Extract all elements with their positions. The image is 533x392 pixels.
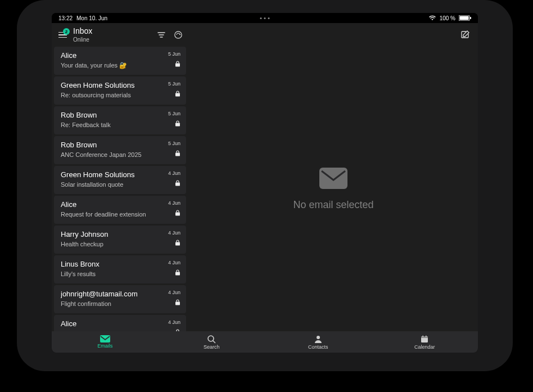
message-date: 5 Jun: [168, 111, 180, 116]
message-subject: Your data, your rules 🔐: [61, 62, 127, 69]
message-item[interactable]: Green Home SolutionsRe: outsourcing mate…: [54, 76, 186, 105]
message-date: 4 Jun: [168, 319, 180, 325]
svg-rect-19: [423, 335, 424, 337]
message-from: Rob Brown: [61, 141, 142, 149]
svg-point-16: [317, 336, 320, 339]
message-subject: Health checkup: [61, 241, 109, 247]
svg-rect-8: [175, 183, 180, 186]
svg-rect-5: [175, 93, 180, 97]
status-time: 13:22: [58, 15, 73, 21]
message-item[interactable]: AliceYour data, your rules 🔐5 Jun: [54, 47, 186, 75]
message-from: Alice: [61, 319, 76, 328]
search-icon: [207, 335, 216, 344]
svg-point-3: [175, 31, 182, 38]
menu-button[interactable]: 2: [55, 28, 70, 42]
svg-rect-4: [175, 64, 180, 67]
message-date: 4 Jun: [168, 230, 180, 236]
encryption-lock-icon: [175, 119, 180, 129]
message-item[interactable]: Alice4 Jun: [54, 315, 186, 331]
message-from: Green Home Solutions: [61, 81, 135, 89]
message-item[interactable]: Rob BrownRe: Feedback talk5 Jun: [54, 106, 186, 134]
svg-rect-7: [175, 153, 180, 156]
encryption-lock-icon: [175, 298, 180, 308]
encryption-lock-icon: [175, 208, 180, 218]
message-subject: Re: outsourcing materials: [61, 92, 135, 98]
nav-contacts[interactable]: Contacts: [265, 331, 372, 353]
message-item[interactable]: johnright@tutamail.comFlight confirmatio…: [54, 285, 186, 313]
sync-button[interactable]: [174, 30, 183, 39]
message-date: 5 Jun: [168, 51, 180, 57]
nav-emails[interactable]: Emails: [52, 331, 159, 353]
message-item[interactable]: Green Home SolutionsSolar installation q…: [54, 166, 186, 194]
status-battery-text: 100 %: [440, 15, 455, 21]
message-date: 4 Jun: [168, 170, 180, 176]
person-icon: [314, 335, 323, 344]
nav-contacts-label: Contacts: [308, 344, 328, 350]
multitask-indicator-dots: [260, 17, 270, 19]
nav-search[interactable]: Search: [159, 331, 265, 353]
calendar-icon: [420, 335, 429, 344]
encryption-lock-icon: [175, 268, 180, 278]
nav-search-label: Search: [204, 344, 220, 350]
empty-state-envelope-icon: [319, 168, 347, 189]
email-list-pane: 2 Inbox Online AliceYour data, your rule…: [52, 23, 189, 331]
message-date: 4 Jun: [168, 290, 180, 295]
compose-button[interactable]: [460, 30, 470, 40]
svg-rect-20: [426, 335, 427, 337]
svg-rect-11: [175, 272, 180, 276]
message-from: Rob Brown: [61, 111, 111, 119]
message-subject: Lilly's results: [61, 271, 100, 277]
wifi-icon: [428, 15, 436, 21]
encryption-lock-icon: [175, 238, 180, 248]
svg-rect-10: [175, 242, 180, 246]
encryption-lock-icon: [175, 327, 180, 331]
sidebar-header: 2 Inbox Online: [52, 23, 188, 47]
message-list[interactable]: AliceYour data, your rules 🔐5 JunGreen H…: [52, 47, 188, 331]
nav-calendar-label: Calendar: [414, 344, 435, 350]
message-date: 5 Jun: [168, 81, 180, 87]
email-detail-pane: No email selected: [189, 23, 478, 331]
mail-icon: [100, 335, 110, 343]
message-item[interactable]: Linus BronxLilly's results4 Jun: [54, 255, 186, 283]
svg-rect-14: [100, 335, 110, 343]
battery-icon: [459, 15, 471, 21]
nav-calendar[interactable]: Calendar: [372, 331, 478, 353]
message-date: 5 Jun: [168, 141, 180, 146]
encryption-lock-icon: [175, 59, 180, 69]
message-subject: Request for deadline extension: [61, 211, 146, 218]
svg-rect-1: [460, 16, 469, 20]
message-from: Harry Johnson: [61, 230, 109, 238]
message-item[interactable]: AliceRequest for deadline extension4 Jun: [54, 196, 186, 224]
status-date: Mon 10. Jun: [76, 15, 107, 21]
message-subject: Solar installation quote: [61, 181, 135, 188]
mailbox-title: Inbox: [73, 27, 92, 35]
svg-rect-2: [470, 17, 471, 19]
message-from: Alice: [61, 200, 146, 209]
svg-rect-6: [175, 123, 180, 127]
message-from: Linus Bronx: [61, 260, 100, 268]
message-item[interactable]: Harry JohnsonHealth checkup4 Jun: [54, 226, 186, 254]
message-subject: Flight confirmation: [61, 300, 138, 307]
svg-rect-9: [175, 213, 180, 216]
empty-state-text: No email selected: [293, 199, 373, 211]
filter-button[interactable]: [157, 30, 166, 39]
svg-rect-18: [421, 336, 428, 338]
message-from: Alice: [61, 51, 127, 60]
connection-status: Online: [73, 37, 92, 43]
encryption-lock-icon: [175, 89, 180, 99]
message-date: 4 Jun: [168, 260, 180, 265]
svg-rect-12: [175, 302, 180, 305]
unread-badge: 2: [63, 28, 70, 35]
message-subject: Re: Feedback talk: [61, 121, 111, 128]
encryption-lock-icon: [175, 148, 180, 159]
bottom-nav: Emails Search Contacts Calendar: [52, 331, 478, 353]
encryption-lock-icon: [175, 178, 180, 188]
message-item[interactable]: Rob BrownANC Conference Japan 20255 Jun: [54, 136, 186, 164]
message-from: johnright@tutamail.com: [61, 290, 138, 298]
message-date: 4 Jun: [168, 200, 180, 206]
tablet-statusbar: 13:22 Mon 10. Jun 100 %: [52, 13, 478, 23]
message-subject: ANC Conference Japan 2025: [61, 151, 142, 158]
message-from: Green Home Solutions: [61, 170, 135, 179]
nav-emails-label: Emails: [97, 343, 112, 349]
